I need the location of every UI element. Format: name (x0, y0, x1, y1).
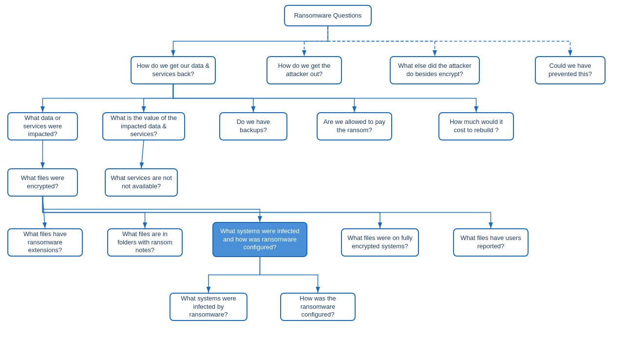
node-n1: How do we get our data & services back? (131, 56, 216, 84)
node-root: Ransomware Questions (284, 5, 372, 26)
node-n3: What else did the attacker do besides en… (390, 56, 480, 84)
node-n11: What services are not not available? (105, 168, 178, 197)
node-n16: What files have users reported? (453, 228, 529, 257)
arrows-svg (0, 0, 644, 340)
node-n4: Could we have prevented this? (535, 56, 606, 84)
node-n10: What files were encrypted? (7, 168, 78, 197)
node-n14: What systems were infected and how was r… (212, 222, 307, 257)
node-n15: What files were on fully encrypted syste… (341, 228, 419, 257)
node-n17: What systems were infected by ransomware… (170, 293, 247, 321)
node-n8: Are we allowed to pay the ransom? (317, 112, 392, 140)
node-n5: What data or services were impacted? (7, 112, 78, 140)
node-n6: What is the value of the impacted data &… (102, 112, 185, 140)
node-n13: What files are in folders with ransom no… (107, 228, 183, 257)
node-n18: How was the ransomware configured? (280, 293, 356, 321)
diagram: Ransomware QuestionsHow do we get our da… (0, 0, 644, 340)
node-n2: How do we get the attacker out? (266, 56, 342, 84)
node-n7: Do we have backups? (219, 112, 287, 140)
node-n9: How much would it cost to rebuild ? (438, 112, 514, 140)
node-n12: What files have ransomware extensions? (7, 228, 83, 257)
